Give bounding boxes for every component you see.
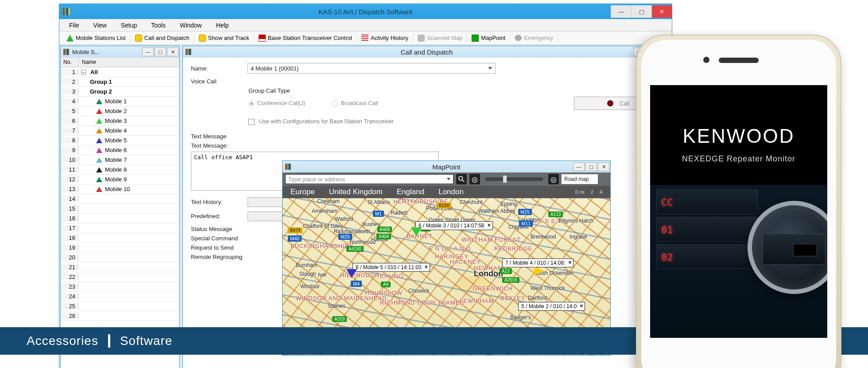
zoom-slider[interactable] [485, 177, 543, 181]
ms-maximize[interactable]: ▢ [155, 47, 166, 56]
table-row[interactable]: 6Mobile 3 [61, 116, 179, 126]
header-no[interactable]: No. [61, 58, 78, 67]
close-button[interactable]: ✕ [651, 5, 672, 18]
row-cell: Mobile 9 [78, 176, 179, 183]
menu-window[interactable]: Window [174, 20, 208, 31]
mobile-stations-titlebar[interactable]: Mobile S... — ▢ ✕ [61, 46, 179, 58]
mp-close[interactable]: ✕ [598, 162, 609, 171]
table-row[interactable]: 5Mobile 2 [61, 106, 179, 116]
row-number: 16 [61, 215, 78, 222]
banner-separator [108, 334, 110, 348]
collapse-icon[interactable]: – [81, 70, 86, 74]
row-cell: Mobile 10 [78, 186, 179, 192]
broadcast-radio[interactable]: Broadcast Call [332, 100, 378, 107]
crumb-europe[interactable]: Europe [291, 188, 315, 196]
menu-setup[interactable]: Setup [115, 20, 143, 31]
map-search-input[interactable]: Type place or address [285, 174, 453, 184]
mobile-callout[interactable]: 7 / Mobile 4 / 010 / 14:08: [502, 258, 574, 267]
toolbar-scanned-map[interactable]: Scanned Map [413, 33, 467, 43]
mobile-callout[interactable]: 5 / Mobile 2 / 010 / 14:0 [518, 302, 585, 311]
table-row[interactable]: 7Mobile 4 [61, 126, 179, 136]
map-place-label: Windsor [300, 283, 320, 290]
crumb-england[interactable]: England [397, 188, 424, 196]
toolbar-mobile-stations[interactable]: Mobile Stations List [62, 33, 131, 43]
table-row[interactable]: 13Mobile 10 [61, 184, 179, 194]
table-row[interactable]: 10Mobile 7 [61, 155, 179, 165]
zoom-out-button[interactable]: ◎ [469, 174, 480, 184]
table-row[interactable]: 20 [61, 253, 179, 262]
menu-file[interactable]: File [63, 20, 85, 31]
ms-minimize[interactable]: — [142, 47, 154, 56]
table-row[interactable]: 8Mobile 5 [61, 136, 179, 145]
table-row[interactable]: 23 [61, 282, 179, 292]
zoom-in-button[interactable]: ◎ [548, 174, 559, 184]
table-row[interactable]: 25 [61, 301, 179, 311]
phone-mockup: KENWOOD NEXEDGE Repeater Monitor CC 01 0… [636, 35, 841, 368]
row-number: 9 [61, 147, 78, 153]
toolbar-emergency[interactable]: Emergency [510, 33, 558, 43]
table-row[interactable]: 24 [61, 292, 179, 301]
toolbar-mappoint[interactable]: MapPoint [467, 33, 510, 43]
table-row[interactable]: 9Mobile 6 [61, 145, 179, 155]
table-row[interactable]: 26 [61, 311, 179, 321]
table-row[interactable]: 4Mobile 1 [61, 97, 179, 106]
table-row[interactable]: 3Group 2 [61, 87, 179, 97]
mobile-marker-icon [96, 118, 102, 124]
toolbar-base-station[interactable]: Base Station Transceiver Control [254, 33, 357, 43]
menu-view[interactable]: View [87, 20, 113, 31]
table-row[interactable]: 14 [61, 194, 179, 204]
mobile-marker-icon[interactable] [411, 227, 422, 236]
table-row[interactable]: 12Mobile 9 [61, 175, 179, 184]
crumb-uk[interactable]: United Kingdom [329, 188, 383, 196]
maximize-button[interactable]: ▢ [631, 5, 651, 18]
mp-minimize[interactable]: — [573, 162, 585, 171]
mobile-callout[interactable]: 6 / Mobile 3 / 010 / 14:07:56 [415, 221, 493, 230]
mappoint-titlebar[interactable]: MapPoint — ▢ ✕ [283, 161, 610, 172]
table-row[interactable]: 19 [61, 243, 179, 253]
minimize-button[interactable]: — [611, 5, 631, 18]
table-row[interactable]: 1–All [61, 67, 179, 77]
header-name[interactable]: Name [78, 58, 179, 67]
table-row[interactable]: 11Mobile 8 [61, 165, 179, 175]
map-place-label: Cheshunt [460, 199, 482, 205]
motorway-badge: M25 [518, 209, 532, 215]
mobile-marker-icon[interactable] [346, 269, 357, 278]
app-icon [285, 164, 291, 170]
menu-help[interactable]: Help [210, 20, 235, 31]
toolbar-show-track[interactable]: Show and Track [194, 33, 254, 43]
phone-screen: KENWOOD NEXEDGE Repeater Monitor CC 01 0… [650, 85, 827, 338]
name-combo[interactable]: 4 Mobile 1 (00001) [248, 63, 496, 74]
maptype-combo[interactable]: Road map [562, 174, 598, 184]
toolbar-activity-history[interactable]: Activity History [357, 33, 413, 43]
menu-tools[interactable]: Tools [145, 20, 172, 31]
titlebar[interactable]: KAS-10 AVL/ Dispatch Software — ▢ ✕ [59, 4, 672, 19]
table-row[interactable]: 21 [61, 262, 179, 272]
table-row[interactable]: 16 [61, 214, 179, 223]
mobile-marker-icon[interactable] [534, 266, 544, 275]
search-button[interactable] [456, 174, 467, 184]
table-row[interactable]: 2Group 1 [61, 77, 179, 87]
mp-maximize[interactable]: ▢ [585, 162, 597, 171]
row-number: 6 [61, 117, 78, 124]
call-dispatch-titlebar[interactable]: Call and Dispatch — ▢ ✕ [183, 46, 670, 58]
toolbar-call-dispatch[interactable]: Call and Dispatch [131, 33, 194, 43]
scale-indicator: 0 mi 2 4 [575, 189, 602, 195]
map-place-label: West Thurrock [531, 285, 565, 291]
table-row[interactable]: 17 [61, 223, 179, 233]
table-row[interactable]: 15 [61, 204, 179, 214]
mobile-callout[interactable]: 8 / Mobile 5 / 010 / 14:11:03 [353, 263, 430, 272]
phone-illustration: CC 01 02 [650, 185, 827, 338]
crumb-london[interactable]: London [438, 188, 464, 196]
table-row[interactable]: 18 [61, 233, 179, 243]
row-cell: Mobile 4 [78, 127, 179, 134]
table-row[interactable]: 22 [61, 272, 179, 282]
app-icon [186, 49, 192, 55]
map-place-label: Staines [328, 303, 345, 309]
call-dispatch-title: Call and Dispatch [183, 46, 670, 58]
ms-close[interactable]: ✕ [167, 47, 178, 56]
conference-radio[interactable]: Conference Call(J) [248, 100, 305, 107]
motorway-badge: M11 [519, 220, 533, 227]
row-cell: Mobile 5 [78, 137, 179, 144]
usewith-checkbox[interactable] [248, 119, 255, 125]
row-number: 4 [61, 98, 78, 105]
